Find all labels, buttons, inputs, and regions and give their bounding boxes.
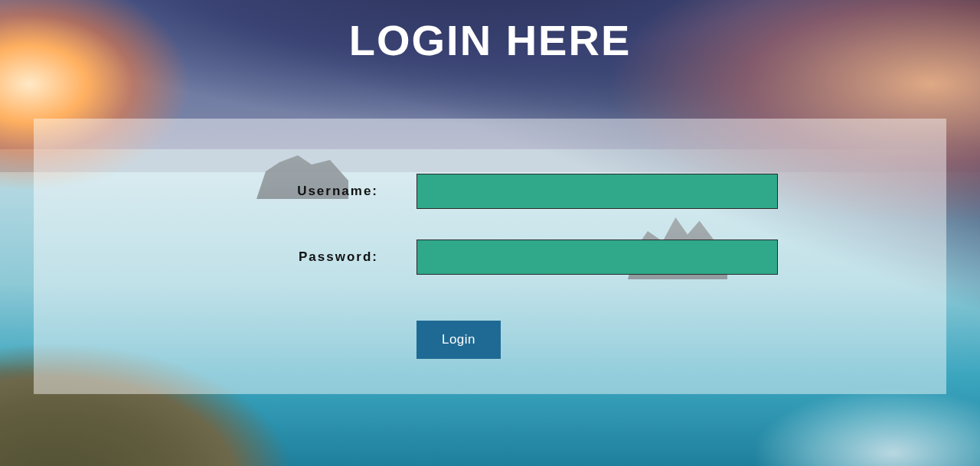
- page-title: LOGIN HERE: [0, 15, 980, 65]
- login-panel: Username: Password: Login: [34, 119, 946, 394]
- login-button[interactable]: Login: [416, 321, 501, 359]
- password-label: Password:: [34, 249, 416, 265]
- password-row: Password:: [34, 240, 946, 275]
- username-row: Username:: [34, 174, 946, 209]
- username-label: Username:: [34, 184, 416, 199]
- password-input[interactable]: [416, 240, 778, 275]
- username-input[interactable]: [416, 174, 778, 209]
